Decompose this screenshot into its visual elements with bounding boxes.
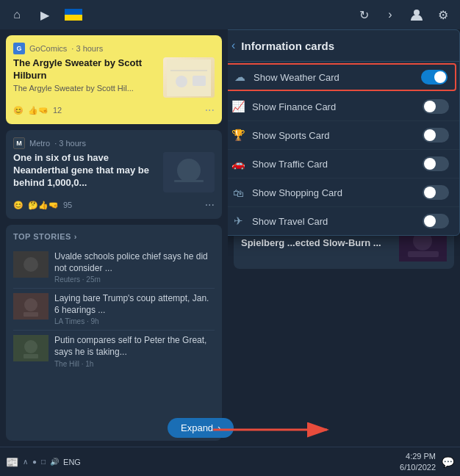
story-title-trump: Laying bare Trump's coup attempt, Jan. 6…: [54, 293, 215, 316]
gocomics-title: The Argyle Sweater by Scott Hilburn: [13, 57, 157, 82]
info-card-shopping-label: Show Shopping Card: [252, 187, 342, 198]
svg-rect-12: [24, 312, 38, 317]
info-card-finance[interactable]: 📈 Show Finance Card: [228, 93, 459, 121]
metro-footer: 😊🤔👍🤜95 ···: [13, 198, 215, 212]
right-panel: H The Tiffani... on He... 3 Iconic... YB…: [228, 29, 460, 447]
travel-icon: ✈: [231, 214, 245, 228]
svg-point-0: [414, 10, 420, 15]
story-thumb-putin: [13, 335, 48, 361]
sports-icon: 🏆: [231, 129, 245, 142]
weather-icon: ☁: [233, 71, 246, 84]
gocomics-text: The Argyle Sweater by Scott Hilburn The …: [13, 57, 157, 98]
story-text-trump: Laying bare Trump's coup attempt, Jan. 6…: [54, 293, 215, 325]
info-card-traffic-label: Show Traffic Card: [252, 159, 328, 170]
gocomics-card[interactable]: G GoComics · 3 hours The Argyle Sweater …: [6, 35, 222, 124]
taskbar-display-icon[interactable]: □: [41, 458, 46, 466]
info-card-traffic[interactable]: 🚗 Show Traffic Card: [228, 150, 459, 178]
story-item-trump[interactable]: Laying bare Trump's coup attempt, Jan. 6…: [13, 289, 215, 331]
story-source-trump: LA Times · 9h: [54, 317, 215, 325]
metro-count: 95: [63, 201, 72, 209]
story-item-putin[interactable]: Putin compares self to Peter the Great, …: [13, 331, 215, 372]
taskbar-circle-icon[interactable]: ●: [32, 458, 37, 466]
info-card-traffic-left: 🚗 Show Traffic Card: [231, 157, 328, 170]
finance-toggle[interactable]: [423, 99, 449, 114]
info-card-finance-left: 📈 Show Finance Card: [231, 100, 336, 113]
top-stories-chevron[interactable]: ›: [74, 232, 77, 241]
arrow-annotation: [206, 419, 338, 444]
home-icon[interactable]: ⌂: [9, 7, 25, 23]
user-icon[interactable]: [409, 7, 425, 23]
metro-reactions: 😊🤔👍🤜95: [13, 201, 72, 210]
shopping-toggle[interactable]: [423, 185, 449, 200]
taskbar-lang-label: ENG: [63, 458, 81, 466]
story-title-putin: Putin compares self to Peter the Great, …: [54, 335, 215, 358]
top-stories-header: TOP STORIES ›: [13, 232, 215, 241]
story-source-putin: The Hill · 1h: [54, 360, 215, 368]
taskbar-chevron-up-icon[interactable]: ∧: [23, 458, 28, 466]
play-icon[interactable]: ▶: [37, 7, 53, 23]
metro-more[interactable]: ···: [205, 198, 215, 212]
story-title-uvalde: Uvalde schools police chief says he did …: [54, 251, 215, 274]
taskbar-datetime: 4:29 PM 6/10/2022: [400, 451, 436, 472]
taskbar-volume-icon[interactable]: 🔊: [50, 458, 59, 466]
taskbar-time-value: 4:29 PM: [400, 451, 436, 461]
gocomics-more[interactable]: ···: [205, 104, 215, 117]
metro-text: One in six of us have Neanderthal gene t…: [13, 152, 157, 192]
svg-point-3: [176, 76, 187, 87]
gocomics-card-header: G GoComics · 3 hours: [13, 43, 215, 54]
svg-point-11: [24, 298, 37, 311]
info-cards-back-button[interactable]: ‹: [231, 39, 235, 52]
info-card-travel[interactable]: ✈ Show Travel Card: [228, 207, 459, 235]
info-card-sports[interactable]: 🏆 Show Sports Card: [228, 121, 459, 150]
taskbar: 📰 ∧ ● □ 🔊 ENG 4:29 PM 6/10/2022 💬: [0, 447, 460, 476]
info-card-weather-left: ☁ Show Weather Card: [233, 71, 339, 84]
svg-rect-15: [24, 354, 38, 358]
taskbar-left: 📰 ∧ ● □ 🔊 ENG: [6, 456, 81, 468]
info-cards-dropdown: ‹ Information cards ☁ Show Weather Card …: [228, 29, 460, 236]
settings-icon[interactable]: ⚙: [435, 7, 451, 23]
finance-icon: 📈: [231, 100, 245, 113]
info-card-sports-label: Show Sports Card: [252, 130, 330, 141]
story-text-putin: Putin compares self to Peter the Great, …: [54, 335, 215, 367]
traffic-toggle[interactable]: [423, 156, 449, 171]
metro-thumb: [163, 152, 215, 192]
gocomics-source: GoComics: [29, 44, 67, 53]
gocomics-count: 12: [53, 106, 62, 115]
metro-logo: M: [13, 137, 25, 149]
taskbar-date-value: 6/10/2022: [400, 462, 436, 472]
gocomics-footer: 😊👍🤜12 ···: [13, 104, 215, 117]
svg-rect-21: [408, 251, 439, 257]
sports-toggle[interactable]: [423, 128, 449, 143]
weather-toggle[interactable]: [421, 70, 448, 84]
gocomics-logo: G: [13, 43, 25, 54]
svg-point-6: [177, 159, 201, 182]
metro-card[interactable]: M Metro · 3 hours One in six of us have …: [6, 130, 222, 219]
info-card-weather[interactable]: ☁ Show Weather Card: [228, 63, 456, 91]
info-cards-title: Information cards: [241, 40, 334, 52]
travel-toggle[interactable]: [423, 214, 449, 228]
taskbar-right: 4:29 PM 6/10/2022 💬: [400, 451, 454, 472]
left-panel: G GoComics · 3 hours The Argyle Sweater …: [0, 29, 228, 447]
top-stories-label: TOP STORIES: [13, 232, 71, 241]
story-thumb-trump: [13, 293, 48, 320]
info-card-sports-left: 🏆 Show Sports Card: [231, 129, 330, 142]
top-bar-left: ⌂ ▶: [9, 7, 82, 23]
taskbar-chat-icon[interactable]: 💬: [442, 456, 454, 468]
shopping-icon: 🛍: [231, 187, 245, 199]
info-card-travel-label: Show Travel Card: [252, 216, 328, 227]
gocomics-subtitle: The Argyle Sweater by Scott Hil...: [13, 84, 157, 93]
forward-icon[interactable]: ›: [382, 7, 398, 23]
svg-rect-7: [174, 180, 204, 182]
svg-rect-4: [193, 76, 206, 86]
story-item-uvalde[interactable]: Uvalde schools police chief says he did …: [13, 247, 215, 289]
gocomics-reactions: 😊👍🤜12: [13, 106, 62, 115]
metro-time: · 3 hours: [54, 139, 86, 148]
metro-card-header: M Metro · 3 hours: [13, 137, 215, 149]
info-card-travel-left: ✈ Show Travel Card: [231, 214, 328, 228]
metro-title: One in six of us have Neanderthal gene t…: [13, 152, 157, 190]
info-card-finance-label: Show Finance Card: [252, 101, 336, 112]
taskbar-news-icon[interactable]: 📰: [6, 456, 18, 468]
top-stories-section: TOP STORIES › Uvalde schools police chie…: [6, 225, 222, 441]
info-card-shopping[interactable]: 🛍 Show Shopping Card: [228, 178, 459, 207]
refresh-icon[interactable]: ↻: [356, 7, 372, 23]
